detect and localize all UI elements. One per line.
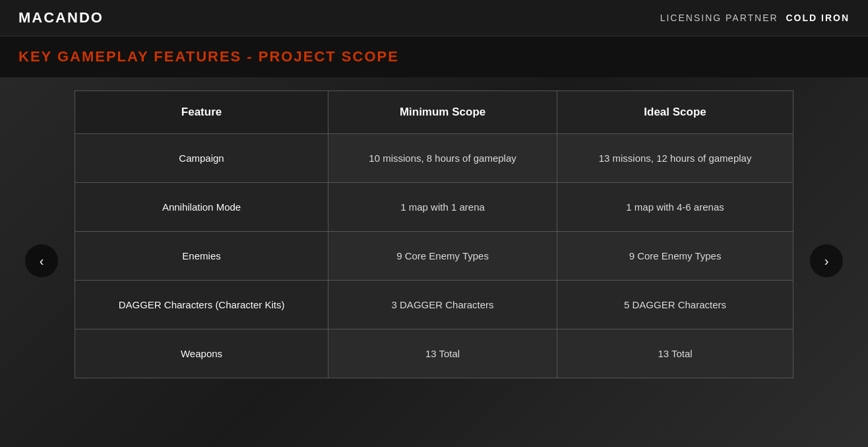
- cell-ideal: 1 map with 4-6 arenas: [557, 183, 793, 232]
- cell-minimum: 1 map with 1 arena: [328, 183, 557, 232]
- table-row: Enemies9 Core Enemy Types9 Core Enemy Ty…: [75, 232, 793, 281]
- cell-minimum: 9 Core Enemy Types: [328, 232, 557, 281]
- table-row: DAGGER Characters (Character Kits)3 DAGG…: [75, 281, 793, 329]
- cell-ideal: 9 Core Enemy Types: [557, 232, 793, 281]
- cell-ideal: 13 missions, 12 hours of gameplay: [557, 134, 793, 183]
- page-title: KEY GAMEPLAY FEATURES - PROJECT SCOPE: [18, 48, 850, 65]
- prev-button[interactable]: ‹: [25, 244, 58, 277]
- table-wrapper: ‹ Feature Minimum Scope Ideal Scope C: [18, 90, 850, 378]
- cell-minimum: 3 DAGGER Characters: [328, 281, 557, 329]
- cell-minimum: 13 Total: [328, 329, 557, 378]
- cell-ideal: 5 DAGGER Characters: [557, 281, 793, 329]
- chevron-right-icon: ›: [824, 254, 829, 269]
- partner-info: LICENSING PARTNER COLD IRON: [660, 13, 850, 23]
- table-row: Annihilation Mode1 map with 1 arena1 map…: [75, 183, 793, 232]
- feature-table: Feature Minimum Scope Ideal Scope Campai…: [75, 90, 793, 378]
- cell-feature: Annihilation Mode: [75, 183, 328, 232]
- cell-feature: Campaign: [75, 134, 328, 183]
- col-header-ideal: Ideal Scope: [557, 91, 793, 134]
- content-area: ‹ Feature Minimum Scope Ideal Scope C: [0, 77, 868, 392]
- cell-feature: Enemies: [75, 232, 328, 281]
- next-button[interactable]: ›: [810, 244, 843, 277]
- cell-feature: Weapons: [75, 329, 328, 378]
- table-row: Campaign10 missions, 8 hours of gameplay…: [75, 134, 793, 183]
- table-row: Weapons13 Total13 Total: [75, 329, 793, 378]
- cell-ideal: 13 Total: [557, 329, 793, 378]
- partner-prefix: LICENSING PARTNER: [660, 13, 778, 23]
- cell-feature: DAGGER Characters (Character Kits): [75, 281, 328, 329]
- chevron-left-icon: ‹: [40, 254, 44, 269]
- header: MACANDO LICENSING PARTNER COLD IRON: [0, 0, 868, 36]
- col-header-feature: Feature: [75, 91, 328, 134]
- table-header-row: Feature Minimum Scope Ideal Scope: [75, 91, 793, 134]
- page-title-bar: KEY GAMEPLAY FEATURES - PROJECT SCOPE: [0, 36, 868, 77]
- logo: MACANDO: [18, 9, 104, 26]
- partner-name: COLD IRON: [786, 13, 850, 23]
- col-header-minimum: Minimum Scope: [328, 91, 557, 134]
- cell-minimum: 10 missions, 8 hours of gameplay: [328, 134, 557, 183]
